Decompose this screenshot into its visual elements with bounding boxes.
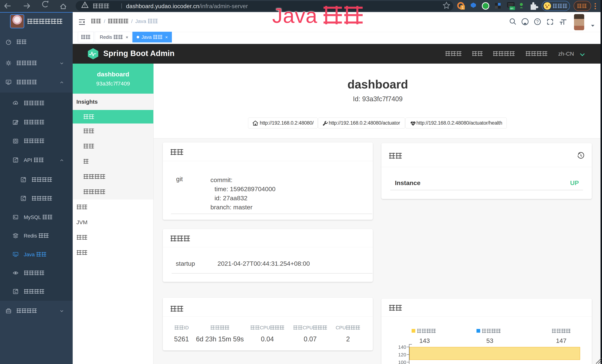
svg-text:on: on: [510, 7, 513, 10]
svg-text:?: ?: [536, 19, 538, 24]
svg-text:1: 1: [462, 5, 464, 10]
